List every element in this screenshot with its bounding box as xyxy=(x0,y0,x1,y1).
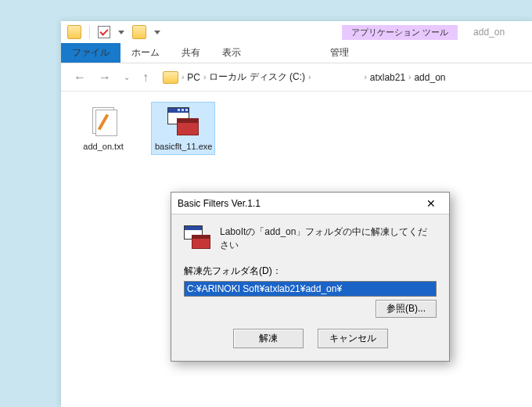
folder-icon xyxy=(163,71,178,84)
tab-home[interactable]: ホーム xyxy=(120,43,171,63)
chevron-down-icon[interactable]: ⌄ xyxy=(119,73,135,81)
breadcrumb[interactable]: › PC › ローカル ディスク (C:) › › atxlab21 › add… xyxy=(163,70,445,84)
breadcrumb-drive[interactable]: ローカル ディスク (C:) xyxy=(209,70,305,84)
breadcrumb-root[interactable]: PC xyxy=(187,72,200,83)
app-icon xyxy=(184,225,210,249)
dialog-titlebar[interactable]: Basic Filters Ver.1.1 ✕ xyxy=(171,193,449,214)
file-label: add_on.txt xyxy=(75,142,131,151)
tab-share[interactable]: 共有 xyxy=(171,43,211,63)
quick-access-toolbar: アプリケーション ツール add_on xyxy=(61,21,532,43)
breadcrumb-sep: › xyxy=(364,73,366,81)
tab-view[interactable]: 表示 xyxy=(211,43,252,63)
dest-label: 解凍先フォルダ名(D)： xyxy=(184,265,437,278)
divider xyxy=(89,26,90,38)
extract-dialog: Basic Filters Ver.1.1 ✕ LabоItの「add_on」フ… xyxy=(171,192,450,362)
breadcrumb-sep: › xyxy=(308,73,311,81)
chevron-down-icon[interactable] xyxy=(154,31,160,34)
properties-icon[interactable] xyxy=(98,26,110,38)
nav-up-icon[interactable]: ↑ xyxy=(138,70,153,85)
breadcrumb-sep: › xyxy=(182,73,184,81)
folder-icon[interactable] xyxy=(67,25,81,39)
tab-manage[interactable]: 管理 xyxy=(319,43,360,63)
browse-button[interactable]: 参照(B)... xyxy=(376,300,437,318)
breadcrumb-folder2[interactable]: add_on xyxy=(414,72,445,83)
context-tab-header: アプリケーション ツール xyxy=(342,25,458,40)
chevron-down-icon[interactable] xyxy=(118,31,124,34)
close-icon[interactable]: ✕ xyxy=(419,197,443,210)
dest-input[interactable] xyxy=(184,281,437,297)
folder-icon[interactable] xyxy=(132,25,146,39)
breadcrumb-sep: › xyxy=(408,73,411,81)
window-title: add_on xyxy=(473,27,505,38)
file-list: add_on.txt basicflt_11.exe xyxy=(61,92,532,165)
extract-button[interactable]: 解凍 xyxy=(233,329,304,348)
breadcrumb-sep: › xyxy=(203,73,206,81)
file-label: basicflt_11.exe xyxy=(155,142,211,151)
file-item-exe[interactable]: basicflt_11.exe xyxy=(152,103,214,154)
dialog-message: LabоItの「add_on」フォルダの中に解凍してください xyxy=(220,225,437,252)
exe-file-icon xyxy=(166,106,200,137)
cancel-button[interactable]: キャンセル xyxy=(318,329,388,348)
tab-file[interactable]: ファイル xyxy=(61,43,120,63)
nav-bar: ← → ⌄ ↑ › PC › ローカル ディスク (C:) › › atxlab… xyxy=(61,63,532,92)
ribbon-tabs: ファイル ホーム 共有 表示 管理 xyxy=(61,43,532,63)
breadcrumb-folder1[interactable]: atxlab21 xyxy=(370,72,405,83)
text-file-icon xyxy=(88,106,119,137)
nav-forward-icon[interactable]: → xyxy=(94,70,116,85)
nav-back-icon[interactable]: ← xyxy=(69,70,91,85)
file-item-txt[interactable]: add_on.txt xyxy=(72,103,135,154)
dialog-title: Basic Filters Ver.1.1 xyxy=(178,198,261,209)
